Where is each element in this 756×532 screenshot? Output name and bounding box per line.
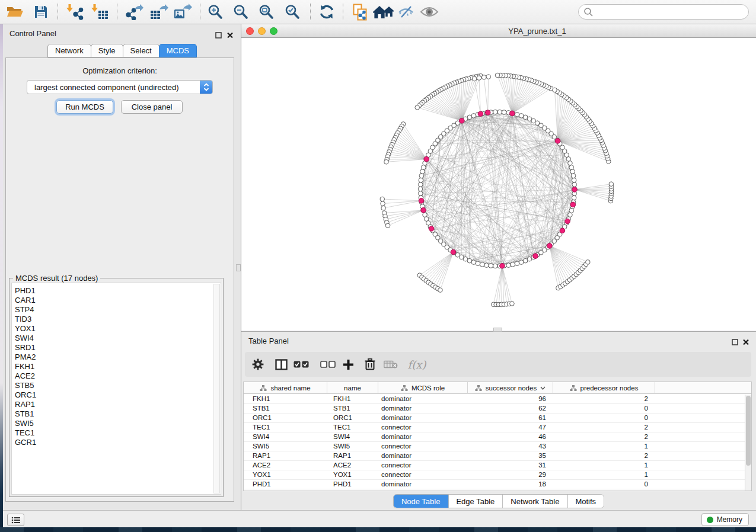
export-network-button[interactable] [123, 2, 145, 22]
memory-button[interactable]: Memory [701, 513, 749, 526]
tab-motifs[interactable]: Motifs [567, 495, 604, 508]
table-row[interactable]: FKH1FKH1dominator962 [244, 395, 751, 404]
zoom-in-button[interactable] [205, 2, 226, 22]
main-toolbar [0, 0, 756, 24]
export-image-button[interactable] [172, 2, 193, 22]
vertical-splitter-handle[interactable] [236, 264, 241, 271]
save-icon [33, 4, 49, 20]
column-header-predecessor-nodes[interactable]: predecessor nodes [553, 382, 655, 394]
tab-select[interactable]: Select [123, 44, 160, 57]
close-panel-button[interactable]: Close panel [121, 100, 183, 114]
mcds-result-list[interactable]: PHD1CAR1STP4TID3YOX1SWI4SRD1PMA2FKH1ACE2… [11, 283, 221, 495]
column-header-name[interactable]: name [327, 382, 378, 394]
column-header-shared-name[interactable]: shared name [244, 382, 327, 394]
mcds-node-item[interactable]: GCR1 [12, 438, 221, 447]
import-table-button[interactable] [89, 2, 110, 22]
table-cell: SWI5 [244, 442, 327, 451]
mcds-node-item[interactable]: SRD1 [12, 343, 221, 352]
tab-style[interactable]: Style [91, 44, 123, 57]
tab-mcds[interactable]: MCDS [159, 44, 197, 57]
show-all-columns-button[interactable] [292, 352, 310, 377]
sort-chevron-icon [540, 386, 546, 390]
mcds-node-item[interactable]: TID3 [12, 315, 221, 324]
horizontal-splitter-handle[interactable] [493, 328, 502, 332]
table-settings-button[interactable] [250, 352, 266, 377]
mcds-node-item[interactable]: YOX1 [12, 324, 221, 334]
table-cell: 62 [468, 404, 553, 413]
mcds-result-title: MCDS result (17 nodes) [13, 274, 100, 283]
mcds-node-item[interactable]: ACE2 [12, 371, 221, 381]
mcds-node-item[interactable]: STB5 [12, 381, 221, 390]
column-header-MCDS-role[interactable]: MCDS role [378, 382, 468, 394]
table-cell: 47 [468, 423, 553, 432]
tab-network[interactable]: Network [47, 44, 91, 57]
control-panel: Control Panel NetworkStyleSelectMCDS Opt… [3, 24, 241, 510]
home-button[interactable] [372, 2, 394, 22]
network-canvas[interactable] [241, 38, 756, 331]
table-row[interactable]: PHD1PHD1dominator180 [244, 480, 751, 489]
delete-table-button[interactable] [382, 352, 399, 377]
function-builder-button[interactable]: f(x) [405, 352, 429, 377]
task-history-button[interactable] [7, 514, 24, 526]
mcds-node-item[interactable]: RAP1 [12, 400, 221, 409]
table-cell: 0 [553, 480, 655, 489]
mcds-node-item[interactable]: STB1 [12, 409, 221, 419]
run-mcds-button[interactable]: Run MCDS [56, 100, 113, 114]
mcds-list-scrollbar[interactable] [213, 284, 220, 493]
mcds-node-item[interactable]: STP4 [12, 305, 221, 315]
mcds-node-item[interactable]: PHD1 [12, 286, 221, 296]
mcds-node-item[interactable]: PMA2 [12, 352, 221, 362]
mcds-node-item[interactable]: SWI5 [12, 419, 221, 428]
add-column-button[interactable] [340, 352, 356, 377]
tab-edge-table[interactable]: Edge Table [448, 495, 503, 508]
float-panel-icon[interactable] [215, 30, 222, 41]
show-panels-button[interactable] [419, 2, 440, 22]
search-input[interactable] [578, 4, 749, 20]
tab-network-table[interactable]: Network Table [503, 495, 567, 508]
network-graph[interactable] [241, 38, 756, 331]
mcds-node-item[interactable]: ORC1 [12, 390, 221, 400]
export-table-button[interactable] [148, 2, 170, 22]
save-session-button[interactable] [30, 2, 52, 22]
mcds-node-item[interactable]: FKH1 [12, 362, 221, 371]
table-row[interactable]: STB1STB1dominator620 [244, 404, 751, 414]
tab-node-table[interactable]: Node Table [394, 495, 449, 508]
unchecked-boxes-icon [320, 361, 336, 368]
hide-panels-button[interactable] [395, 2, 417, 22]
float-table-panel-icon[interactable] [732, 337, 738, 348]
table-row[interactable]: TEC1TEC1connector472 [244, 423, 751, 432]
mcds-node-item[interactable]: CAR1 [12, 296, 221, 305]
mcds-result-group: MCDS result (17 nodes) PHD1CAR1STP4TID3Y… [9, 278, 224, 497]
clone-network-button[interactable] [349, 2, 371, 22]
close-panel-icon[interactable] [227, 30, 234, 41]
table-cell: YOX1 [244, 470, 327, 479]
mcds-node-item[interactable]: SWI4 [12, 334, 221, 343]
optimization-dropdown[interactable]: largest connected component (undirected) [27, 80, 213, 94]
table-row[interactable]: SWI4SWI4dominator462 [244, 432, 751, 442]
table-row[interactable]: YOX1YOX1connector291 [244, 470, 751, 480]
zoom-out-button[interactable] [230, 2, 251, 22]
delete-column-button[interactable] [362, 352, 378, 377]
close-table-panel-icon[interactable] [742, 337, 749, 348]
search-icon [583, 7, 594, 17]
table-row[interactable]: RAP1RAP1dominator352 [244, 451, 751, 461]
refresh-button[interactable] [316, 2, 337, 22]
import-network-button[interactable] [64, 2, 85, 22]
dropdown-value: largest connected component (undirected) [34, 83, 179, 92]
table-cell: 1 [553, 442, 655, 451]
export-network-icon [125, 4, 143, 20]
table-scrollbar[interactable] [745, 395, 751, 491]
columns-icon [275, 359, 288, 370]
mcds-node-item[interactable]: TEC1 [12, 428, 221, 438]
table-cell: connector [378, 461, 468, 470]
table-row[interactable]: ACE2ACE2connector311 [244, 461, 751, 470]
hide-all-columns-button[interactable] [319, 352, 337, 377]
split-view-button[interactable] [273, 352, 289, 377]
zoom-selected-button[interactable] [282, 2, 303, 22]
open-file-button[interactable] [4, 2, 25, 22]
table-scrollbar-thumb[interactable] [746, 396, 751, 466]
table-row[interactable]: SWI5SWI5connector431 [244, 442, 751, 451]
column-header-successor-nodes[interactable]: successor nodes [468, 382, 553, 394]
table-row[interactable]: ORC1ORC1dominator610 [244, 414, 751, 423]
zoom-fit-button[interactable] [256, 2, 277, 22]
